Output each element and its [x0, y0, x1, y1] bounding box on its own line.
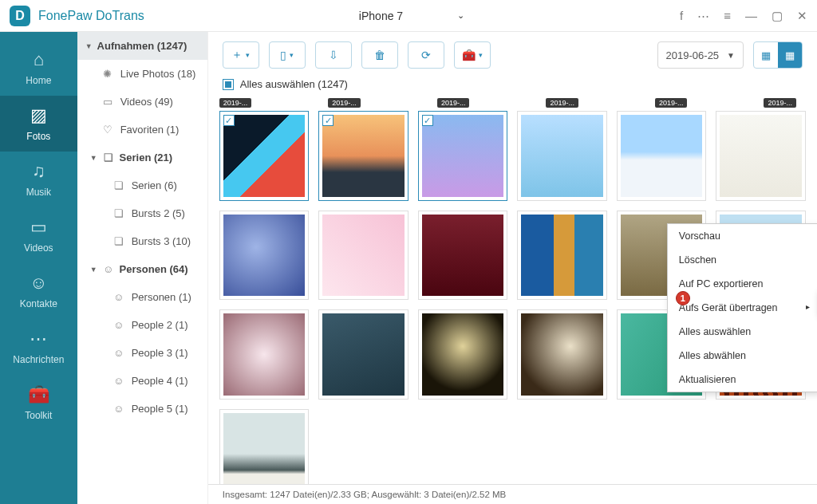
photo-thumb[interactable]	[418, 211, 508, 301]
category-tree: ▼ Aufnahmen (1247) ✺Live Photos (18) ▭Vi…	[77, 32, 208, 504]
photo-thumb[interactable]: ✓	[418, 111, 508, 201]
chevron-down-icon: ▾	[246, 51, 250, 59]
person-icon: ☺	[112, 375, 125, 387]
to-pc-button[interactable]: ⇩	[315, 41, 352, 69]
photo-thumb[interactable]	[219, 409, 310, 484]
photo-thumb[interactable]	[219, 211, 310, 301]
tree-label: Bursts 2 (5)	[132, 207, 185, 219]
ctx-export-pc[interactable]: Auf PC exportieren	[668, 272, 817, 296]
person-icon: ☺	[112, 403, 125, 415]
photo-thumb[interactable]	[517, 111, 607, 201]
nav-musik[interactable]: ♫ Musik	[0, 152, 77, 207]
photo-thumb[interactable]: ✓	[219, 111, 310, 201]
ctx-vorschau[interactable]: Vorschau	[668, 224, 817, 248]
date-row: 2019-... 2019-... 2019-... 2019-... 2019…	[219, 98, 806, 108]
thumb-image	[223, 115, 306, 197]
tree-label: Live Photos (18)	[120, 68, 196, 80]
tree-serien-sub[interactable]: ❏Serien (6)	[77, 171, 207, 199]
video-icon: ▭	[101, 96, 114, 108]
ctx-transfer-device[interactable]: Aufs Gerät übertragen▸	[668, 296, 817, 320]
date-picker[interactable]: 2019-06-25 ▼	[657, 41, 744, 69]
video-icon: ▭	[30, 217, 47, 238]
thumb-image	[521, 215, 603, 297]
toolkit-icon: 🧰	[28, 384, 49, 405]
nav-fotos[interactable]: ▨ Fotos	[0, 96, 77, 152]
thumb-image	[422, 215, 504, 297]
menu-icon[interactable]: ≡	[724, 9, 731, 22]
ctx-deselect-all[interactable]: Alles abwählen	[668, 344, 817, 368]
photo-thumb[interactable]: ✓	[318, 111, 408, 201]
date-tag: 2019-...	[655, 98, 688, 108]
sidebar-nav: ⌂ Home ▨ Fotos ♫ Musik ▭ Videos ☺ Kontak…	[0, 32, 77, 504]
ctx-refresh[interactable]: Aktualisieren	[668, 368, 817, 392]
refresh-button[interactable]: ⟳	[408, 41, 444, 69]
nav-label: Kontakte	[20, 298, 57, 309]
photo-thumb[interactable]	[617, 111, 707, 201]
delete-button[interactable]: 🗑	[361, 41, 398, 69]
tree-personen[interactable]: ▼☺Personen (64)	[77, 255, 207, 283]
thumb-image	[223, 215, 306, 297]
tree-label: Favoriten (1)	[120, 124, 180, 136]
toolbox-button[interactable]: 🧰▾	[454, 41, 491, 69]
nav-label: Videos	[24, 242, 53, 254]
date-tag: 2019-...	[764, 98, 796, 108]
nav-label: Toolkit	[25, 410, 52, 421]
device-selector[interactable]: iPhone 7 ⌄	[353, 10, 464, 22]
nav-toolkit[interactable]: 🧰 Toolkit	[0, 375, 77, 431]
messages-icon: ⋯	[30, 329, 47, 349]
close-icon[interactable]: ✕	[797, 9, 807, 23]
window-controls: f ⋯ ≡ — ▢ ✕	[680, 9, 807, 23]
app-title: FonePaw DoTrans	[38, 9, 144, 23]
tree-people3[interactable]: ☺People 3 (1)	[77, 339, 207, 367]
select-all-checkbox[interactable]	[223, 79, 234, 90]
thumb-image	[223, 313, 306, 396]
photo-thumb[interactable]	[418, 309, 508, 400]
facebook-icon[interactable]: f	[680, 9, 683, 22]
thumb-image	[521, 115, 603, 197]
trash-icon: 🗑	[374, 49, 385, 61]
photo-thumb[interactable]	[517, 211, 607, 301]
tree-bursts2[interactable]: ❏Bursts 2 (5)	[77, 199, 207, 227]
chevron-down-icon: ▼	[90, 266, 97, 274]
ctx-select-all[interactable]: Alles auswählen	[668, 320, 817, 344]
thumb-image	[621, 115, 703, 197]
tree-bursts3[interactable]: ❏Bursts 3 (10)	[77, 227, 207, 255]
check-icon: ✓	[322, 115, 334, 126]
nav-home[interactable]: ⌂ Home	[0, 40, 77, 96]
tree-live-photos[interactable]: ✺Live Photos (18)	[77, 60, 207, 88]
thumb-image	[322, 115, 405, 197]
tree-people2[interactable]: ☺People 2 (1)	[77, 311, 207, 339]
add-button[interactable]: ＋▾	[223, 41, 259, 69]
stack-icon: ❏	[112, 235, 125, 247]
photo-thumb[interactable]	[517, 309, 607, 400]
nav-kontakte[interactable]: ☺ Kontakte	[0, 263, 77, 319]
check-icon: ✓	[223, 115, 235, 126]
tree-videos[interactable]: ▭Videos (49)	[77, 88, 207, 116]
nav-label: Fotos	[26, 131, 50, 142]
tree-serien[interactable]: ▼❏Serien (21)	[77, 144, 207, 171]
tree-aufnahmen[interactable]: ▼ Aufnahmen (1247)	[77, 32, 207, 60]
photo-thumb[interactable]	[219, 309, 310, 400]
maximize-icon[interactable]: ▢	[772, 9, 783, 23]
tree-personen-sub[interactable]: ☺Personen (1)	[77, 283, 207, 311]
person-icon: ☺	[112, 347, 125, 359]
select-all-row[interactable]: Alles auswählen (1247)	[208, 78, 817, 98]
thumb-image	[422, 115, 504, 197]
tree-label: Serien (6)	[132, 179, 177, 191]
photo-thumb[interactable]	[716, 111, 806, 201]
nav-videos[interactable]: ▭ Videos	[0, 207, 77, 263]
nav-nachrichten[interactable]: ⋯ Nachrichten	[0, 319, 77, 375]
view-small-grid[interactable]: ▦	[778, 42, 802, 68]
check-icon: ✓	[422, 115, 433, 126]
to-phone-button[interactable]: ▯▾	[269, 41, 306, 69]
photo-thumb[interactable]	[318, 211, 408, 301]
titlebar: D FonePaw DoTrans iPhone 7 ⌄ f ⋯ ≡ — ▢ ✕	[0, 0, 817, 32]
tree-favoriten[interactable]: ♡Favoriten (1)	[77, 116, 207, 144]
tree-people5[interactable]: ☺People 5 (1)	[77, 395, 207, 423]
tree-people4[interactable]: ☺People 4 (1)	[77, 367, 207, 395]
photo-thumb[interactable]	[318, 309, 408, 400]
minimize-icon[interactable]: —	[745, 9, 757, 22]
ctx-loeschen[interactable]: Löschen	[668, 248, 817, 272]
view-large-grid[interactable]: ▦	[754, 42, 778, 68]
feedback-icon[interactable]: ⋯	[697, 9, 709, 23]
